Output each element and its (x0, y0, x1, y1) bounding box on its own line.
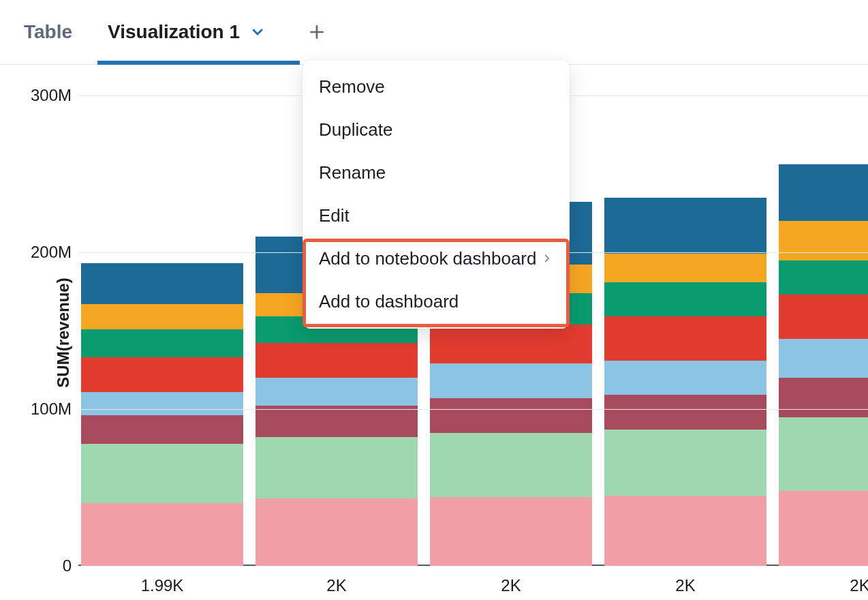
bar-segment (255, 498, 418, 566)
tab-table[interactable]: Table (24, 0, 72, 64)
tab-context-menu: Remove Duplicate Rename Edit Add to note… (303, 60, 570, 329)
menu-item-label: Remove (319, 76, 385, 97)
bar-segment (779, 339, 868, 378)
y-axis-label: SUM(revenue) (54, 278, 73, 387)
bar-segment (779, 295, 868, 338)
bar-segment (779, 417, 868, 491)
bar-column[interactable] (81, 263, 243, 566)
bar-column[interactable] (779, 164, 868, 566)
menu-item-label: Rename (319, 162, 386, 183)
bar-segment (81, 263, 243, 304)
bar-segment (604, 254, 766, 282)
bar-segment (430, 398, 592, 433)
bar-segment (430, 363, 592, 398)
bar-segment (81, 357, 243, 392)
gridline (78, 409, 868, 410)
bar-segment (604, 430, 766, 496)
chevron-right-icon (541, 248, 553, 269)
menu-item-duplicate[interactable]: Duplicate (303, 108, 570, 151)
tab-visualization-1[interactable]: Visualization 1 (108, 0, 266, 64)
bar-segment (604, 395, 766, 430)
bar-segment (81, 503, 243, 566)
bar-segment (779, 491, 868, 566)
menu-item-rename[interactable]: Rename (303, 151, 570, 194)
menu-item-edit[interactable]: Edit (303, 194, 570, 237)
bar-segment (779, 164, 868, 221)
menu-item-label: Edit (319, 205, 350, 226)
tab-table-label: Table (24, 21, 72, 43)
bar-segment (604, 316, 766, 360)
menu-item-label: Duplicate (319, 119, 392, 140)
x-tick-label: 2K (501, 576, 521, 595)
bar-segment (255, 343, 418, 378)
x-tick-label: 1.99K (141, 576, 184, 595)
y-tick-label: 300M (27, 86, 72, 105)
menu-item-add-to-notebook-dashboard[interactable]: Add to notebook dashboard (303, 237, 570, 280)
x-tick-label: 2K (850, 576, 868, 595)
bar-segment (779, 221, 868, 260)
y-tick-label: 100M (27, 400, 72, 419)
add-tab-button[interactable] (308, 23, 326, 41)
menu-item-label: Add to notebook dashboard (319, 248, 536, 269)
y-tick-label: 200M (27, 243, 72, 262)
bar-segment (779, 378, 868, 417)
bar-segment (430, 433, 592, 497)
bar-segment (255, 378, 418, 406)
menu-item-remove[interactable]: Remove (303, 65, 570, 108)
x-tick-label: 2K (326, 576, 346, 595)
bar-segment (81, 392, 243, 416)
tabs-bar: Table Visualization 1 (0, 0, 868, 65)
bar-segment (81, 444, 243, 503)
menu-item-label: Add to dashboard (319, 291, 459, 312)
bar-segment (604, 282, 766, 317)
bar-segment (430, 497, 592, 566)
bar-segment (255, 406, 418, 437)
bar-segment (604, 198, 766, 254)
x-tick-label: 2K (675, 576, 695, 595)
bar-segment (81, 415, 243, 443)
bar-segment (255, 437, 418, 498)
bar-segment (779, 260, 868, 295)
bar-segment (604, 496, 766, 567)
bar-segment (81, 329, 243, 357)
bar-segment (430, 325, 592, 364)
menu-item-add-to-dashboard[interactable]: Add to dashboard (303, 280, 570, 323)
chevron-down-icon[interactable] (249, 24, 266, 40)
bar-segment (604, 361, 766, 395)
y-tick-label: 0 (27, 556, 72, 575)
bar-segment (81, 304, 243, 329)
tab-visualization-label: Visualization 1 (108, 21, 240, 43)
